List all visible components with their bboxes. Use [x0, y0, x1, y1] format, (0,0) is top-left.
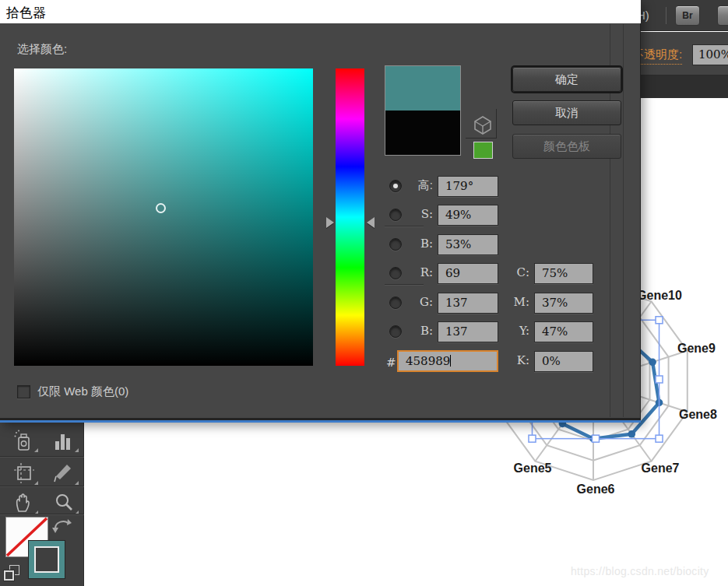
y-field[interactable]: 47% — [534, 321, 593, 342]
symbol-sprayer-tool[interactable] — [5, 426, 40, 454]
color-marker[interactable] — [156, 203, 166, 213]
symbol-sprayer-icon — [12, 429, 33, 452]
s-field[interactable]: 49% — [438, 205, 498, 226]
selection-handle[interactable] — [656, 435, 663, 442]
dialog-title: 拾色器 — [6, 4, 46, 22]
selection-handle[interactable] — [529, 435, 536, 442]
new-color-swatch — [385, 66, 460, 111]
selection-handle[interactable] — [656, 317, 663, 324]
dialog-body: 选择颜色: 确定 取消 颜色色板 高: — [0, 23, 641, 418]
r-field[interactable]: 69 — [438, 263, 498, 284]
g-label: G: — [403, 295, 433, 309]
select-color-label: 选择颜色: — [17, 42, 67, 57]
r-label: R: — [403, 265, 433, 279]
radar-axis-label: Gene6 — [577, 482, 615, 496]
cancel-button[interactable]: 取消 — [512, 100, 621, 125]
hue-slider-right-arrow[interactable] — [367, 217, 375, 228]
radar-data-point[interactable] — [628, 430, 635, 438]
k-label: K: — [500, 353, 529, 367]
hue-slider[interactable] — [336, 68, 364, 366]
dialog-titlebar[interactable]: 拾色器 — [0, 0, 641, 23]
gamut-divider — [496, 109, 497, 139]
m-label: M: — [500, 295, 529, 309]
gamut-divider — [466, 138, 497, 139]
saturation-brightness-field[interactable] — [14, 68, 313, 366]
radio-g[interactable] — [389, 297, 402, 309]
radio-h[interactable] — [389, 180, 402, 192]
b2-field[interactable]: 137 — [438, 321, 498, 342]
artboard-tool[interactable] — [5, 458, 40, 487]
radio-b[interactable] — [389, 238, 402, 251]
row-underline — [385, 284, 424, 285]
b-label: B: — [403, 237, 433, 251]
zoom-icon — [53, 491, 76, 514]
tool-flyout-arrow — [75, 448, 79, 452]
radio-b2[interactable] — [389, 325, 402, 338]
b-field[interactable]: 53% — [438, 234, 498, 255]
selection-handle[interactable] — [656, 376, 663, 383]
slice-icon — [53, 461, 76, 485]
zoom-tool[interactable] — [45, 488, 81, 517]
web-colors-checkbox[interactable] — [17, 385, 30, 398]
row-underline — [385, 226, 424, 226]
slice-tool[interactable] — [45, 458, 81, 487]
toolbar-separator — [0, 486, 84, 486]
hex-field[interactable]: 458989 — [397, 350, 498, 372]
radio-s[interactable] — [389, 209, 402, 221]
column-graph-tool[interactable] — [45, 426, 81, 454]
h-label: 高: — [403, 178, 433, 193]
k-field[interactable]: 0% — [534, 351, 593, 372]
stroke-chip-center — [34, 546, 59, 573]
default-colors-icon-front — [4, 570, 14, 581]
tools-panel — [0, 423, 84, 586]
y-label: Y: — [500, 324, 529, 338]
web-colors-label: 仅限 Web 颜色(0) — [37, 384, 128, 399]
radar-axis-label: Gene8 — [679, 408, 717, 421]
selection-handle[interactable] — [593, 435, 600, 442]
panel-seam — [623, 24, 624, 417]
radar-axis-label: Gene7 — [642, 461, 680, 475]
ok-button[interactable]: 确定 — [512, 67, 621, 92]
toolbar-separator — [0, 514, 84, 514]
tool-flyout-arrow — [34, 481, 38, 485]
stroke-color-chip[interactable] — [28, 540, 65, 579]
color-swatches-button: 颜色色板 — [512, 134, 621, 159]
color-preview-swatch — [385, 65, 461, 156]
s-label: S: — [403, 207, 433, 221]
hand-icon — [12, 491, 36, 514]
c-field[interactable]: 75% — [534, 263, 593, 284]
radar-data-point[interactable] — [649, 358, 656, 366]
radio-r[interactable] — [389, 267, 402, 279]
tool-flyout-arrow — [34, 448, 38, 452]
toolbar-separator — [0, 456, 84, 457]
dialog-bottom-edge — [0, 418, 641, 423]
hand-tool[interactable] — [5, 488, 40, 517]
gamut-color-swatch[interactable] — [473, 142, 493, 159]
c-label: C: — [500, 265, 529, 279]
screen: H) Br 不透明度: 100% Gene5Gene6Gene7Gene8Gen… — [0, 0, 728, 586]
gamut-cube-icon[interactable] — [473, 114, 493, 136]
m-field[interactable]: 37% — [534, 293, 593, 314]
swap-colors-icon[interactable] — [51, 516, 73, 535]
h-field[interactable]: 179° — [438, 176, 498, 197]
hex-prefix: # — [386, 356, 396, 370]
radar-axis-label: Gene5 — [514, 461, 552, 475]
tool-flyout-arrow — [75, 481, 79, 485]
hue-slider-left-arrow[interactable] — [326, 217, 334, 228]
b2-label: B: — [403, 324, 433, 338]
color-picker-dialog: 拾色器 选择颜色: 确定 取消 — [0, 0, 641, 423]
radar-axis-label: Gene9 — [677, 342, 716, 355]
current-color-swatch[interactable] — [385, 111, 460, 155]
radar-axis-label: Gene10 — [637, 289, 682, 302]
text-caret — [450, 355, 451, 367]
artboard-icon — [12, 461, 36, 485]
watermark: https://blog.csdn.net/biocity — [571, 565, 709, 577]
column-graph-icon — [53, 429, 73, 452]
g-field[interactable]: 137 — [438, 293, 498, 314]
